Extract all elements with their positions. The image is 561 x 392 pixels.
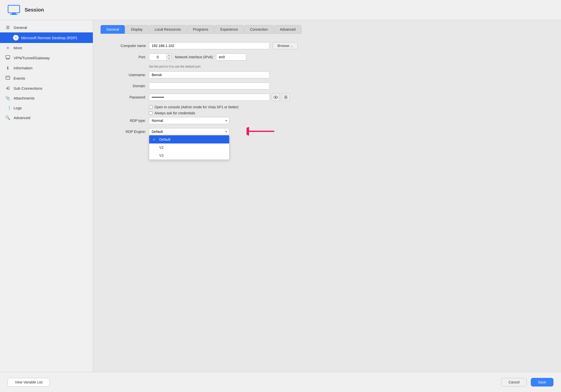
form-area: Computer name Browse ... Port: ▲ ▼ Netwo…	[101, 40, 553, 367]
tab-display[interactable]: Display	[125, 25, 148, 34]
port-hint: Set the port to 0 to use the default por…	[149, 65, 548, 68]
svg-rect-3	[6, 56, 10, 58]
tab-advanced[interactable]: Advanced	[274, 25, 301, 34]
rdp-engine-select-wrapper: Default V2 V3 ▼	[149, 128, 229, 135]
dropdown-item-default[interactable]: ✓ Default	[149, 135, 229, 143]
sidebar-label-more: More	[14, 46, 88, 50]
sidebar-label-attachments: Attachments	[14, 96, 88, 100]
rdp-type-row: RDP type: Normal Enhanced ▼	[106, 117, 548, 124]
monitor-icon	[8, 5, 20, 15]
network-interface-label: Network interface (IPv6):	[175, 55, 214, 59]
cancel-button[interactable]: Cancel	[501, 378, 527, 386]
rdp-icon: ↻	[13, 35, 19, 40]
port-increment[interactable]: ▲	[167, 54, 172, 57]
main-layout: ☰ General ↻ Microsoft Remote Desktop (RD…	[0, 20, 561, 372]
port-row: Port: ▲ ▼ Network interface (IPv6):	[106, 53, 548, 61]
more-icon: »	[5, 45, 11, 50]
vpn-icon	[5, 55, 11, 61]
sub-connections-icon: ⋲	[5, 86, 11, 91]
svg-rect-10	[6, 77, 9, 78]
computer-name-row: Computer name Browse ...	[106, 42, 548, 49]
open-console-checkbox[interactable]	[149, 105, 152, 109]
menu-icon: ☰	[5, 25, 11, 30]
logs-icon: 📑	[5, 106, 11, 110]
save-button[interactable]: Save	[531, 378, 553, 386]
rdp-type-label: RDP type:	[106, 119, 146, 123]
rdp-engine-select[interactable]: Default V2 V3	[149, 128, 229, 135]
password-input[interactable]	[149, 94, 270, 101]
arrow-annotation	[247, 126, 561, 137]
sidebar-item-more[interactable]: » More	[0, 43, 93, 53]
always-ask-label[interactable]: Always ask for credentials	[154, 111, 195, 115]
open-console-row: Open in console (Admin mode for Vista SP…	[149, 105, 548, 109]
tab-experience[interactable]: Experience	[215, 25, 244, 34]
tab-programs[interactable]: Programs	[187, 25, 214, 34]
sidebar-item-attachments[interactable]: 📎 Attachments	[0, 93, 93, 103]
events-icon	[5, 75, 11, 81]
sidebar-item-general[interactable]: ☰ General	[0, 23, 93, 32]
rdp-type-select[interactable]: Normal Enhanced	[149, 117, 229, 124]
password-label: Password:	[106, 95, 146, 99]
svg-point-13	[285, 96, 287, 98]
advanced-icon: 🔍	[5, 115, 11, 120]
svg-rect-1	[12, 13, 16, 14]
checkmark-icon: ✓	[153, 137, 157, 141]
sidebar-item-information[interactable]: ℹ Information	[0, 63, 93, 73]
info-icon: ℹ	[5, 66, 11, 70]
sidebar-label-general: General	[14, 25, 88, 30]
dropdown-label-default: Default	[159, 137, 170, 141]
tab-general[interactable]: General	[101, 25, 125, 34]
sidebar-item-vpn[interactable]: VPN/Tunnel/Gateway	[0, 53, 93, 63]
svg-rect-2	[10, 14, 18, 15]
dropdown-label-v2: V2	[159, 145, 164, 150]
sidebar-item-sub-connections[interactable]: ⋲ Sub Connections	[0, 83, 93, 93]
port-label: Port:	[106, 55, 146, 59]
title-bar: Session	[0, 0, 561, 20]
attachments-icon: 📎	[5, 96, 11, 101]
password-row: Password:	[106, 93, 548, 101]
rdp-engine-label: RDP Engine:	[106, 130, 146, 134]
rdp-engine-row: RDP Engine: Default V2 V3 ▼ ✓ Default	[106, 128, 548, 135]
dropdown-label-v3: V3	[159, 154, 164, 158]
port-input[interactable]	[149, 54, 167, 61]
generate-password-button[interactable]	[282, 93, 290, 101]
content-area: General Display Local Resources Programs…	[93, 20, 561, 372]
sidebar-item-microsoft-rdp[interactable]: ↻ Microsoft Remote Desktop (RDP)	[0, 32, 93, 43]
network-interface-row: Network interface (IPv6):	[175, 54, 246, 61]
svg-rect-0	[8, 5, 20, 13]
toggle-password-button[interactable]	[272, 93, 280, 101]
rdp-engine-dropdown: ✓ Default V2 V3	[149, 135, 229, 160]
svg-rect-6	[6, 59, 9, 60]
password-input-group	[149, 93, 290, 101]
sidebar-item-events[interactable]: Events	[0, 73, 93, 83]
sidebar: ☰ General ↻ Microsoft Remote Desktop (RD…	[0, 20, 93, 372]
port-stepper: ▲ ▼	[149, 53, 172, 61]
view-variable-list-button[interactable]: View Variable List	[8, 378, 50, 386]
sidebar-item-logs[interactable]: 📑 Logs	[0, 103, 93, 113]
domain-input[interactable]	[149, 82, 270, 89]
tab-local-resources[interactable]: Local Resources	[149, 25, 187, 34]
tab-connection[interactable]: Connection	[244, 25, 274, 34]
sidebar-label-vpn: VPN/Tunnel/Gateway	[14, 56, 88, 60]
footer: View Variable List Cancel Save	[0, 372, 561, 392]
port-stepper-arrows: ▲ ▼	[167, 53, 172, 61]
svg-rect-4	[7, 58, 7, 59]
browse-button[interactable]: Browse ...	[273, 42, 298, 49]
window-title: Session	[25, 7, 44, 13]
port-decrement[interactable]: ▼	[167, 57, 172, 61]
sidebar-label-events: Events	[14, 76, 88, 80]
tab-bar: General Display Local Resources Programs…	[101, 25, 553, 34]
computer-name-input[interactable]	[149, 42, 270, 49]
footer-left: View Variable List	[8, 378, 50, 386]
domain-label: Domain:	[106, 84, 146, 88]
sidebar-label-sub-connections: Sub Connections	[14, 86, 88, 90]
username-input[interactable]	[149, 71, 270, 78]
footer-right: Cancel Save	[501, 378, 553, 386]
always-ask-checkbox[interactable]	[149, 111, 152, 115]
open-console-label[interactable]: Open in console (Admin mode for Vista SP…	[154, 105, 238, 109]
username-label: Username:	[106, 73, 146, 77]
network-interface-input[interactable]	[216, 54, 246, 61]
dropdown-item-v3[interactable]: V3	[149, 152, 229, 160]
sidebar-item-advanced[interactable]: 🔍 Advanced	[0, 113, 93, 123]
dropdown-item-v2[interactable]: V2	[149, 143, 229, 152]
